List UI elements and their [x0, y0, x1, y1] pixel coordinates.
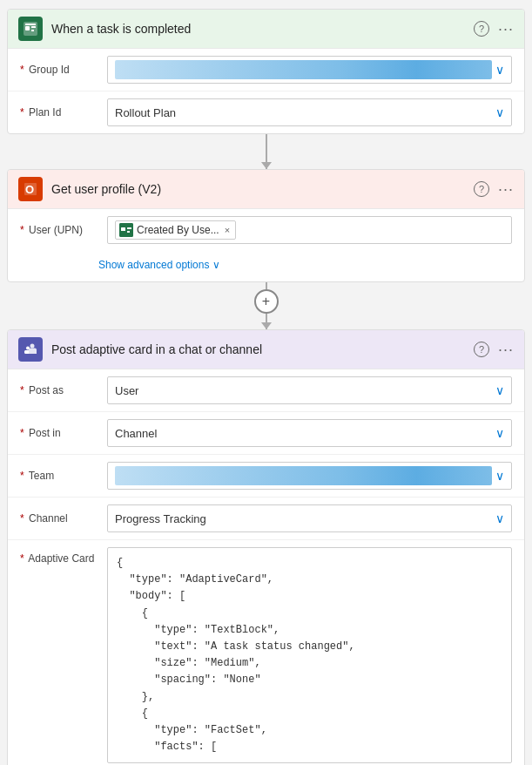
user-upn-row: * User (UPN)	[8, 209, 524, 251]
step3-actions: ? ···	[474, 341, 514, 359]
group-id-redacted	[115, 60, 492, 79]
connector-1	[266, 134, 267, 169]
post-as-label: * Post as	[20, 384, 98, 396]
post-as-control: User ∨	[107, 376, 512, 404]
team-label: * Team	[20, 470, 98, 482]
post-as-value: User	[115, 384, 492, 397]
post-in-dropdown[interactable]: Channel ∨	[107, 419, 512, 447]
step2-body: * User (UPN)	[8, 209, 524, 251]
team-dropdown[interactable]: ∨	[107, 462, 512, 490]
required-star-7: *	[20, 512, 24, 525]
step3-help-button[interactable]: ?	[474, 342, 489, 357]
post-as-dropdown[interactable]: User ∨	[107, 376, 512, 404]
required-star-4: *	[20, 384, 24, 396]
connector-arrow-1	[261, 162, 272, 169]
trigger-help-button[interactable]: ?	[474, 21, 489, 37]
step2-more-button[interactable]: ···	[498, 180, 514, 199]
required-star-3: *	[20, 224, 24, 236]
post-in-row: * Post in Channel ∨	[8, 412, 524, 455]
adaptive-card-label: * Adaptive Card	[20, 547, 98, 565]
svg-rect-1	[25, 26, 30, 30]
svg-point-12	[30, 344, 35, 349]
svg-rect-4	[25, 24, 36, 25]
channel-row: * Channel Progress Tracking ∨	[8, 498, 524, 540]
user-upn-label: * User (UPN)	[20, 224, 98, 236]
svg-point-13	[26, 347, 30, 350]
planner-icon	[18, 17, 43, 41]
channel-arrow: ∨	[495, 511, 504, 525]
trigger-card: When a task is completed ? ··· * Group I…	[7, 9, 525, 134]
created-by-tag: Created By Use... ×	[115, 220, 236, 240]
post-as-arrow: ∨	[495, 383, 504, 397]
tag-chip-close[interactable]: ×	[225, 225, 230, 235]
advanced-options-link[interactable]: Show advanced options ∨	[98, 259, 220, 271]
channel-control: Progress Tracking ∨	[107, 504, 512, 532]
svg-rect-3	[31, 30, 34, 31]
step2-actions: ? ···	[474, 180, 514, 199]
svg-rect-8	[121, 227, 125, 231]
teams-icon	[18, 337, 43, 362]
required-star-6: *	[20, 470, 24, 482]
advanced-options-row: Show advanced options ∨	[8, 251, 524, 281]
group-id-row: * Group Id ∨	[8, 49, 524, 91]
tag-chip-text: Created By Use...	[137, 224, 219, 236]
trigger-actions: ? ···	[474, 20, 514, 38]
team-redacted	[115, 466, 492, 485]
trigger-header: When a task is completed ? ···	[8, 10, 524, 49]
required-star-5: *	[20, 427, 24, 439]
svg-rect-2	[31, 26, 36, 28]
advanced-options-label: Show advanced options	[98, 259, 209, 271]
svg-rect-10	[127, 231, 130, 233]
team-control: ∨	[107, 462, 512, 490]
step2-header: O Get user profile (V2) ? ···	[8, 170, 524, 209]
plan-id-value: Rollout Plan	[115, 106, 492, 119]
group-id-control: ∨	[107, 56, 512, 84]
step3-title: Post adaptive card in a chat or channel	[51, 342, 465, 356]
post-in-arrow: ∨	[495, 426, 504, 440]
trigger-more-button[interactable]: ···	[498, 20, 514, 38]
add-step-button[interactable]: +	[254, 289, 279, 314]
step2-card: O Get user profile (V2) ? ··· * User (UP…	[7, 169, 525, 282]
group-id-label: * Group Id	[20, 64, 98, 76]
trigger-body: * Group Id ∨ * Plan Id Rollout Plan	[8, 49, 524, 133]
trigger-title: When a task is completed	[51, 22, 465, 36]
connector-arrow-2	[261, 322, 272, 329]
team-row: * Team ∨	[8, 455, 524, 498]
plan-id-arrow: ∨	[495, 105, 504, 119]
group-id-dropdown[interactable]: ∨	[107, 56, 512, 84]
post-as-row: * Post as User ∨	[8, 369, 524, 412]
step2-title: Get user profile (V2)	[51, 182, 465, 196]
required-star: *	[20, 64, 24, 76]
plan-id-label: * Plan Id	[20, 106, 98, 118]
plan-id-control: Rollout Plan ∨	[107, 98, 512, 126]
advanced-options-chevron: ∨	[212, 259, 220, 271]
plan-id-row: * Plan Id Rollout Plan ∨	[8, 91, 524, 133]
svg-rect-9	[127, 227, 131, 229]
step3-body: * Post as User ∨ * Post in Channel	[8, 369, 524, 765]
adaptive-card-row: * Adaptive Card { "type": "AdaptiveCard"…	[8, 540, 524, 765]
svg-text:O: O	[25, 183, 34, 196]
step3-card: Post adaptive card in a chat or channel …	[7, 329, 525, 765]
post-in-value: Channel	[115, 427, 492, 440]
step2-help-button[interactable]: ?	[474, 181, 489, 197]
user-upn-field[interactable]: Created By Use... ×	[107, 216, 512, 244]
required-star-8: *	[20, 552, 24, 565]
user-upn-control: Created By Use... ×	[107, 216, 512, 244]
office-icon: O	[18, 177, 43, 201]
group-id-arrow: ∨	[495, 63, 504, 77]
tag-chip-planner-icon	[119, 223, 133, 237]
step3-more-button[interactable]: ···	[498, 341, 514, 359]
post-in-control: Channel ∨	[107, 419, 512, 447]
step3-header: Post adaptive card in a chat or channel …	[8, 330, 524, 369]
channel-dropdown[interactable]: Progress Tracking ∨	[107, 504, 512, 532]
team-arrow: ∨	[495, 469, 504, 483]
post-in-label: * Post in	[20, 427, 98, 439]
channel-label: * Channel	[20, 512, 98, 525]
adaptive-card-textarea[interactable]: { "type": "AdaptiveCard", "body": [ { "t…	[107, 547, 512, 763]
channel-value: Progress Tracking	[115, 512, 492, 525]
required-star-2: *	[20, 106, 24, 118]
plan-id-dropdown[interactable]: Rollout Plan ∨	[107, 98, 512, 126]
